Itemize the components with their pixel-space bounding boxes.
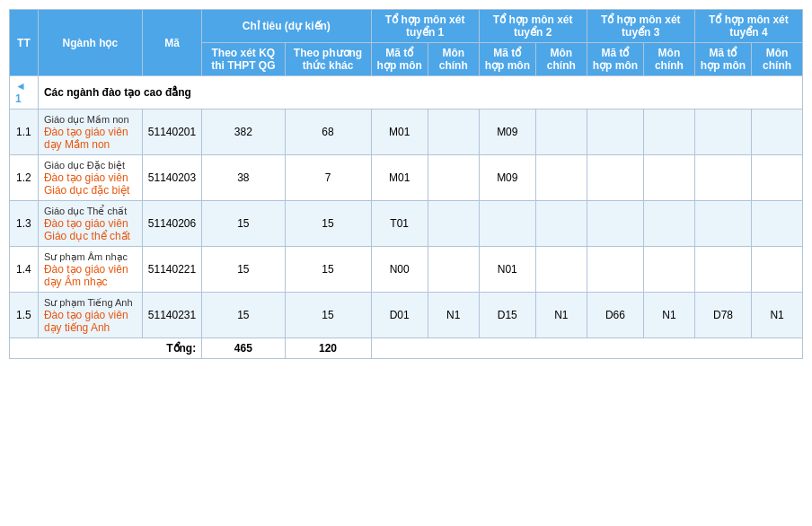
- row-to2-mon: [535, 201, 587, 247]
- row-to3-ma: [587, 201, 643, 247]
- total-empty: [371, 338, 802, 359]
- col-to4-ma: Mã tổ hợp môn: [694, 43, 751, 76]
- row-to4-mon: [752, 247, 803, 293]
- row-to1-mon: [428, 110, 479, 155]
- row-to1-mon: [428, 247, 479, 293]
- col-ma: Mã: [142, 10, 201, 76]
- row-thpt: 382: [202, 110, 285, 155]
- row-to3-ma: [587, 110, 643, 155]
- col-to1-ma: Mã tổ hợp môn: [371, 43, 428, 76]
- row-to1-mon: [428, 155, 479, 201]
- section-label: Các ngành đào tạo cao đẳng: [38, 76, 802, 110]
- row-to2-mon: [535, 247, 587, 293]
- nganh-link[interactable]: Đào tạo giáo viên dạy Âm nhạc: [44, 263, 128, 288]
- row-to3-mon: [644, 247, 695, 293]
- row-num: 1.1: [10, 110, 39, 155]
- row-to3-ma: D66: [587, 293, 643, 338]
- section-num: ◄ 1: [10, 76, 39, 110]
- row-to3-mon: [644, 201, 695, 247]
- col-tohop4: Tổ hợp môn xét tuyển 4: [694, 10, 802, 43]
- row-to4-ma: [694, 201, 751, 247]
- col-to2-ma: Mã tổ hợp môn: [479, 43, 535, 76]
- row-to1-ma: M01: [371, 110, 428, 155]
- table-row: 1.3Giáo dục Thể chấtĐào tạo giáo viên Gi…: [10, 201, 803, 247]
- row-ma: 51140203: [142, 155, 201, 201]
- row-khac: 68: [285, 110, 371, 155]
- total-label: Tổng:: [10, 338, 202, 359]
- row-num: 1.3: [10, 201, 39, 247]
- row-num: 1.4: [10, 247, 39, 293]
- row-ma: 51140201: [142, 110, 201, 155]
- col-nganh: Ngành học: [38, 10, 142, 76]
- row-thpt: 15: [202, 201, 285, 247]
- section-header-row: ◄ 1 Các ngành đào tạo cao đẳng: [10, 76, 803, 110]
- row-to2-ma: M09: [479, 155, 535, 201]
- row-to1-mon: N1: [428, 293, 479, 338]
- nganh-link[interactable]: Đào tạo giáo viên dạy tiếng Anh: [44, 309, 128, 334]
- row-to3-ma: [587, 247, 643, 293]
- col-to3-mon: Môn chính: [644, 43, 695, 76]
- row-num: 1.5: [10, 293, 39, 338]
- row-thpt: 38: [202, 155, 285, 201]
- row-to4-ma: [694, 247, 751, 293]
- col-tt: TT: [10, 10, 39, 76]
- row-khac: 15: [285, 293, 371, 338]
- row-to1-ma: D01: [371, 293, 428, 338]
- row-nganh: Sư phạm Âm nhạcĐào tạo giáo viên dạy Âm …: [38, 247, 142, 293]
- col-khac: Theo phương thức khác: [285, 43, 371, 76]
- row-to4-ma: [694, 155, 751, 201]
- col-to3-ma: Mã tổ hợp môn: [587, 43, 643, 76]
- row-to3-ma: [587, 155, 643, 201]
- table-row: 1.1Giáo dục Mầm nonĐào tạo giáo viên dạy…: [10, 110, 803, 155]
- row-to2-ma: D15: [479, 293, 535, 338]
- row-khac: 15: [285, 201, 371, 247]
- row-ma: 51140206: [142, 201, 201, 247]
- row-to2-mon: [535, 110, 587, 155]
- row-ma: 51140221: [142, 247, 201, 293]
- row-to1-ma: N00: [371, 247, 428, 293]
- row-nganh: Sư phạm Tiếng AnhĐào tạo giáo viên dạy t…: [38, 293, 142, 338]
- row-to4-ma: [694, 110, 751, 155]
- total-khac: 120: [285, 338, 371, 359]
- row-nganh: Giáo dục Mầm nonĐào tạo giáo viên dạy Mầ…: [38, 110, 142, 155]
- row-to2-mon: [535, 155, 587, 201]
- row-ma: 51140231: [142, 293, 201, 338]
- row-to1-ma: T01: [371, 201, 428, 247]
- row-to2-ma: N01: [479, 247, 535, 293]
- row-thpt: 15: [202, 293, 285, 338]
- table-row: 1.2Giáo dục Đặc biệtĐào tạo giáo viên Gi…: [10, 155, 803, 201]
- col-tohop2: Tổ hợp môn xét tuyển 2: [479, 10, 587, 43]
- row-to2-ma: [479, 201, 535, 247]
- row-to2-ma: M09: [479, 110, 535, 155]
- row-to4-mon: [752, 155, 803, 201]
- total-row: Tổng: 465 120: [10, 338, 803, 359]
- table-row: 1.5Sư phạm Tiếng AnhĐào tạo giáo viên dạ…: [10, 293, 803, 338]
- row-khac: 15: [285, 247, 371, 293]
- col-chitieu: Chỉ tiêu (dự kiến): [202, 10, 371, 43]
- table-row: 1.4Sư phạm Âm nhạcĐào tạo giáo viên dạy …: [10, 247, 803, 293]
- nganh-link[interactable]: Đào tạo giáo viên Giáo dục thể chất: [44, 217, 130, 242]
- row-to4-ma: D78: [694, 293, 751, 338]
- row-khac: 7: [285, 155, 371, 201]
- col-to2-mon: Môn chính: [535, 43, 587, 76]
- row-to4-mon: [752, 110, 803, 155]
- row-to4-mon: N1: [752, 293, 803, 338]
- row-to1-ma: M01: [371, 155, 428, 201]
- col-to1-mon: Môn chính: [428, 43, 479, 76]
- row-nganh: Giáo dục Thể chấtĐào tạo giáo viên Giáo …: [38, 201, 142, 247]
- row-to2-mon: N1: [535, 293, 587, 338]
- row-to1-mon: [428, 201, 479, 247]
- col-tohop3: Tổ hợp môn xét tuyển 3: [587, 10, 694, 43]
- nganh-link[interactable]: Đào tạo giáo viên dạy Mầm non: [44, 126, 128, 151]
- total-thpt: 465: [202, 338, 285, 359]
- row-nganh: Giáo dục Đặc biệtĐào tạo giáo viên Giáo …: [38, 155, 142, 201]
- row-to4-mon: [752, 201, 803, 247]
- nganh-link[interactable]: Đào tạo giáo viên Giáo dục đặc biệt: [44, 171, 129, 197]
- row-to3-mon: [644, 110, 695, 155]
- row-to3-mon: N1: [644, 293, 695, 338]
- row-to3-mon: [644, 155, 695, 201]
- col-thpt: Theo xét KQ thi THPT QG: [202, 43, 285, 76]
- col-tohop1: Tổ hợp môn xét tuyển 1: [371, 10, 479, 43]
- col-to4-mon: Môn chính: [752, 43, 803, 76]
- row-thpt: 15: [202, 247, 285, 293]
